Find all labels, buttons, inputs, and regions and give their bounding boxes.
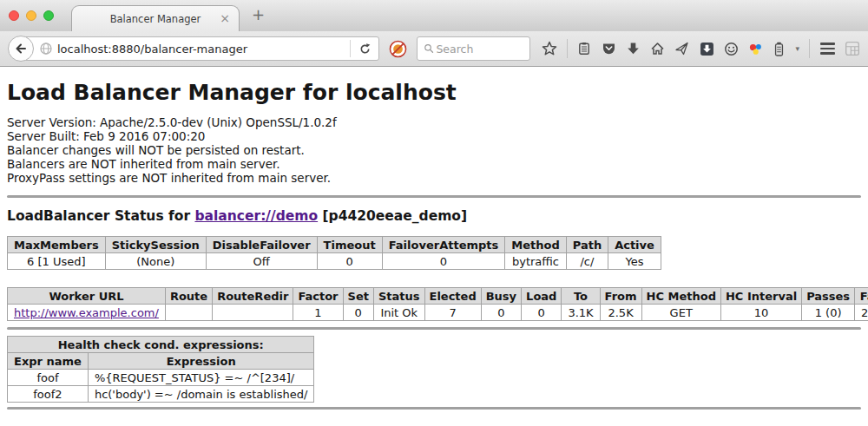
browser-window: Balancer Manager × + [0, 0, 868, 426]
tab-balancer-manager[interactable]: Balancer Manager × [71, 5, 240, 31]
battery-dropdown-caret-icon[interactable]: ▾ [796, 44, 800, 53]
minimize-window-button[interactable] [26, 10, 36, 21]
col-active: Active [608, 237, 661, 253]
col-route: Route [165, 288, 212, 305]
col-hc-interval: HC Interval [720, 288, 801, 305]
workers-header-row: Worker URL Route RouteRedir Factor Set S… [8, 288, 868, 305]
col-method: Method [505, 237, 566, 253]
routeredir-value [213, 305, 293, 321]
colors-addon-button[interactable] [748, 42, 763, 56]
health-check-table: Health check cond. expressions: Expr nam… [7, 336, 314, 403]
expr-name-value: foof2 [8, 386, 89, 403]
worker-row: http://www.example.com/ 1 0 Init Ok 7 0 … [8, 305, 868, 321]
col-routeredir: RouteRedir [213, 288, 293, 305]
col-busy: Busy [481, 288, 521, 305]
busy-value: 0 [481, 305, 521, 321]
window-controls [9, 10, 54, 21]
disablefailover-value: Off [206, 253, 317, 270]
bookmark-star-button[interactable] [542, 41, 557, 56]
col-status: Status [373, 288, 424, 305]
col-worker-url: Worker URL [8, 288, 166, 305]
col-maxmembers: MaxMembers [8, 237, 106, 253]
params-header-row: MaxMembers StickySession DisableFailover… [8, 237, 661, 253]
worker-url-link[interactable]: http://www.example.com/ [14, 306, 159, 319]
new-tab-button[interactable]: + [252, 7, 265, 23]
factor-value: 1 [293, 305, 343, 321]
health-header-row: Expr name Expression [8, 353, 314, 370]
hc-method-value: GET [641, 305, 720, 321]
health-row: foof2 hc('body') =~ /domain is establish… [8, 386, 314, 403]
clipboard-icon [577, 42, 591, 56]
titlebar: Balancer Manager × + [0, 0, 868, 31]
col-expression: Expression [88, 353, 314, 370]
search-input[interactable] [434, 42, 523, 56]
navigation-toolbar: ▾ [0, 31, 868, 67]
colored-dots-icon [748, 42, 763, 56]
col-load: Load [522, 288, 562, 305]
back-button[interactable] [8, 36, 34, 62]
balancer-link[interactable]: balancer://demo [194, 208, 318, 224]
col-path: Path [566, 237, 608, 253]
col-timeout: Timeout [317, 237, 382, 253]
content-blocker-button[interactable] [389, 40, 407, 58]
reading-list-button[interactable] [577, 42, 591, 56]
home-button[interactable] [650, 42, 665, 56]
url-input[interactable] [53, 43, 350, 56]
search-bar[interactable] [417, 36, 530, 61]
download-arrow-icon [626, 42, 641, 56]
load-value: 0 [522, 305, 562, 321]
urlbar[interactable] [21, 36, 379, 61]
inherit-notice-line: Balancers are NOT inherited from main se… [7, 157, 861, 171]
menu-button[interactable] [820, 43, 835, 55]
server-built-line: Server Built: Feb 9 2016 07:00:20 [7, 129, 861, 143]
col-stickysession: StickySession [105, 237, 206, 253]
divider-rule [7, 195, 861, 198]
grid-icon [845, 41, 860, 56]
reload-icon [358, 43, 372, 56]
balancer-params-table: MaxMembers StickySession DisableFailover… [7, 236, 661, 270]
stickysession-value: (None) [105, 253, 206, 270]
urlbar-group [8, 36, 379, 62]
smiley-icon [724, 42, 739, 56]
emoji-addon-button[interactable] [724, 42, 739, 56]
method-value: bytraffic [505, 253, 566, 270]
toolbar-divider [567, 39, 568, 58]
send-tab-button[interactable] [674, 42, 689, 56]
active-value: Yes [608, 253, 661, 270]
close-window-button[interactable] [9, 10, 19, 21]
content-blocker-icon [389, 40, 407, 58]
page-title: Load Balancer Manager for localhost [7, 80, 861, 105]
from-value: 2.5K [600, 305, 641, 321]
battery-icon [773, 42, 786, 56]
passes-value: 1 (0) [802, 305, 855, 321]
persist-notice-line: Balancer changes will NOT be persisted o… [7, 143, 861, 157]
col-passes: Passes [802, 288, 855, 305]
paper-plane-icon [674, 42, 689, 56]
reload-button[interactable] [351, 43, 378, 56]
workers-table: Worker URL Route RouteRedir Factor Set S… [7, 287, 868, 321]
fails-value: 2 (0) [855, 305, 868, 321]
hamburger-icon [820, 43, 835, 45]
pocket-icon [602, 42, 616, 56]
download-manager-button[interactable] [700, 42, 714, 56]
back-arrow-icon [14, 42, 28, 56]
zoom-window-button[interactable] [43, 10, 54, 21]
battery-addon-button[interactable] [773, 42, 786, 56]
health-row: foof %{REQUEST_STATUS} =~ /^[234]/ [8, 370, 314, 386]
route-value [165, 305, 212, 321]
tab-groups-button[interactable] [845, 41, 860, 56]
health-table-title: Health check cond. expressions: [8, 337, 314, 353]
downloads-button[interactable] [626, 42, 641, 56]
expression-value: hc('body') =~ /domain is established/ [88, 386, 314, 403]
maxmembers-value: 6 [1 Used] [8, 253, 106, 270]
col-from: From [600, 288, 641, 305]
status-value: Init Ok [373, 305, 424, 321]
balancer-heading-suffix: [p4420eeae_demo] [323, 208, 468, 224]
col-to: To [562, 288, 600, 305]
tab-close-icon[interactable]: × [220, 12, 230, 24]
pocket-button[interactable] [602, 42, 616, 56]
col-hc-method: HC Method [641, 288, 720, 305]
star-icon [542, 41, 557, 56]
toolbar-icons: ▾ [542, 39, 860, 58]
home-icon [650, 42, 665, 56]
